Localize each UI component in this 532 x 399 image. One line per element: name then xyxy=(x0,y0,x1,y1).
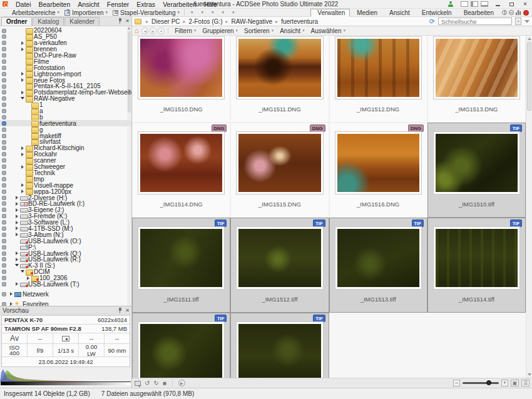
easy-select-marker[interactable] xyxy=(2,121,6,126)
easy-select-marker[interactable] xyxy=(2,201,6,206)
easy-select-marker[interactable] xyxy=(2,78,6,83)
filter-dropdown[interactable]: Gruppieren xyxy=(200,28,242,34)
breadcrumb-item[interactable]: Dieser PC xyxy=(143,18,180,25)
easy-select-marker[interactable] xyxy=(2,171,6,175)
photo-thumbnail[interactable] xyxy=(237,132,322,194)
photo-thumbnail[interactable] xyxy=(138,37,224,99)
thumbnail-cell[interactable]: TIF _IMG1514.tiff xyxy=(427,218,526,313)
search-dropdown-icon[interactable]: ▪ xyxy=(515,18,521,25)
sidebar-tab[interactable]: Ordner xyxy=(1,17,32,26)
easy-select-marker[interactable] xyxy=(2,134,6,138)
photo-thumbnail[interactable] xyxy=(237,227,322,289)
sync-icon[interactable]: ⟳ xyxy=(429,18,435,25)
thumbnail-cell[interactable]: _IMG1511.DNG xyxy=(230,36,329,123)
expand-arrow-icon[interactable] xyxy=(26,127,31,133)
easy-select-marker[interactable] xyxy=(2,72,6,76)
photo-thumbnail[interactable] xyxy=(335,227,421,289)
photo-thumbnail[interactable] xyxy=(138,322,224,378)
folder-tree-item[interactable]: a xyxy=(0,108,131,114)
support-icon[interactable] xyxy=(509,10,514,15)
easy-select-marker[interactable] xyxy=(2,128,6,132)
expand-arrow-icon[interactable] xyxy=(9,301,14,306)
expand-arrow-icon[interactable] xyxy=(9,291,14,297)
expand-arrow-icon[interactable] xyxy=(20,170,26,176)
easy-select-marker[interactable] xyxy=(2,270,6,274)
back-icon[interactable]: ◀ xyxy=(141,28,148,34)
layout-two-icon[interactable] xyxy=(471,1,478,7)
photo-thumbnail[interactable] xyxy=(434,132,519,194)
scroll-down-icon[interactable] xyxy=(528,373,531,376)
thumbnail-cell[interactable]: TIF _IMG1512.tiff xyxy=(230,218,329,313)
expand-arrow-icon[interactable] xyxy=(20,46,26,52)
toolbar-button[interactable]: Importieren ▾ xyxy=(62,9,110,17)
easy-select-marker[interactable] xyxy=(2,245,6,250)
expand-arrow-icon[interactable] xyxy=(20,53,26,58)
expand-arrow-icon[interactable] xyxy=(14,263,20,268)
rotate-left-icon[interactable]: ↺ xyxy=(145,380,150,387)
folder-tree-item[interactable]: Favoriten xyxy=(0,301,131,306)
easy-select-marker[interactable] xyxy=(2,226,6,231)
sidebar-tab[interactable]: Katalog xyxy=(33,17,64,26)
expand-arrow-icon[interactable] xyxy=(20,89,26,95)
thumbnail-cell[interactable]: TIF xyxy=(230,313,329,378)
photo-thumbnail[interactable] xyxy=(335,37,421,99)
filter-dropdown[interactable]: Ansicht xyxy=(277,28,307,34)
expand-arrow-icon[interactable] xyxy=(26,139,31,144)
easy-select-marker[interactable] xyxy=(2,66,6,70)
photo-thumbnail[interactable] xyxy=(138,227,224,289)
expand-arrow-icon[interactable] xyxy=(20,83,26,89)
sidebar-tab[interactable]: Kalender xyxy=(64,17,100,26)
expand-arrow-icon[interactable] xyxy=(14,201,20,206)
thumbnail-cell[interactable] xyxy=(329,313,427,378)
easy-select-marker[interactable] xyxy=(2,152,6,156)
stop-icon[interactable]: ■ xyxy=(163,380,166,387)
zoom-slider-thumb[interactable] xyxy=(486,380,491,385)
expand-arrow-icon[interactable] xyxy=(14,251,20,256)
photo-thumbnail[interactable] xyxy=(434,37,519,99)
expand-arrow-icon[interactable] xyxy=(14,245,20,250)
minimize-button[interactable] xyxy=(493,1,502,8)
easy-select-marker[interactable] xyxy=(2,282,6,286)
expand-arrow-icon[interactable] xyxy=(20,71,26,77)
expand-arrow-icon[interactable] xyxy=(20,59,26,64)
expand-arrow-icon[interactable] xyxy=(20,96,26,101)
easy-select-marker[interactable] xyxy=(2,41,6,45)
easy-select-marker[interactable] xyxy=(2,251,6,256)
expand-arrow-icon[interactable] xyxy=(20,28,26,33)
expand-arrow-icon[interactable] xyxy=(20,151,26,157)
easy-select-marker[interactable] xyxy=(2,90,6,94)
easy-select-marker[interactable] xyxy=(2,263,6,268)
folder-tree-item[interactable]: Netzwerk xyxy=(0,291,131,297)
expand-arrow-icon[interactable] xyxy=(14,220,20,225)
folder-tree-item[interactable]: fuerteventura xyxy=(0,120,131,126)
rotate-right-icon[interactable]: ↻ xyxy=(153,380,158,387)
easy-select-marker[interactable] xyxy=(2,164,6,169)
easy-select-marker[interactable] xyxy=(2,103,6,107)
folder-tree-item[interactable]: g xyxy=(0,126,131,133)
expand-arrow-icon[interactable] xyxy=(26,121,31,126)
search-input[interactable] xyxy=(438,18,512,25)
easy-select-marker[interactable] xyxy=(2,276,6,280)
folder-tree-item[interactable]: RAW-Negative xyxy=(0,96,131,102)
thumbnail-cell[interactable]: DNG _IMG1514.DNG xyxy=(132,123,230,218)
expand-arrow-icon[interactable] xyxy=(20,183,26,188)
expand-arrow-icon[interactable] xyxy=(26,133,31,139)
expand-arrow-icon[interactable] xyxy=(14,195,20,201)
expand-arrow-icon[interactable] xyxy=(14,238,20,244)
easy-select-marker[interactable] xyxy=(2,140,6,144)
pin-icon[interactable] xyxy=(118,18,122,24)
mode-tab[interactable]: Bearbeiten xyxy=(457,9,499,17)
layout-one-icon[interactable] xyxy=(461,1,468,7)
easy-select-marker[interactable] xyxy=(2,233,6,237)
user-account-icon[interactable] xyxy=(448,1,453,7)
scroll-up-icon[interactable] xyxy=(528,38,531,40)
expand-arrow-icon[interactable] xyxy=(20,189,26,194)
details-view-button[interactable]: ☰ xyxy=(521,380,529,386)
easy-select-marker[interactable] xyxy=(2,109,6,113)
expand-arrow-icon[interactable] xyxy=(20,176,26,182)
folder-tree-item[interactable]: 1 xyxy=(0,102,131,108)
easy-select-marker[interactable] xyxy=(2,183,6,188)
close-panel-icon[interactable]: ✕ xyxy=(125,18,130,24)
toolbar-icon-button[interactable]: ▾ xyxy=(197,9,207,17)
expand-arrow-icon[interactable] xyxy=(20,65,26,71)
